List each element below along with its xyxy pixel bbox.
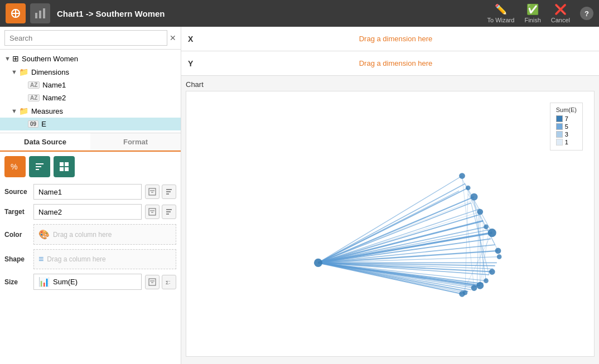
svg-line-43 [318,239,491,263]
color-icon: 🎨 [38,229,50,240]
source-actions [145,185,176,199]
svg-point-79 [477,209,483,215]
svg-rect-10 [60,162,64,166]
e-item[interactable]: 09 E [0,118,181,130]
color-label: Color [4,231,33,239]
chart-legend: Sum(E) 7 5 3 1 [550,103,583,151]
source-label: Source [4,188,33,196]
source-sort-button[interactable] [162,185,176,199]
folder-icon-measures: 📁 [19,106,28,115]
svg-rect-14 [149,188,156,195]
svg-point-86 [476,282,484,289]
svg-rect-4 [39,11,41,18]
y-label: Y [188,59,199,68]
app-header: Chart1 -> Southern Women ✏️ To Wizard ✅ … [0,0,599,27]
svg-point-80 [484,225,489,230]
data-tree: ▼ ⊞ Southern Women ▼ 📁 Dimensions AZ Nam… [0,50,181,133]
source-value[interactable]: Name1 [33,184,142,200]
y-drop-zone[interactable]: Drag a dimension here [199,59,592,67]
chart-area: Chart [181,76,599,364]
svg-point-81 [488,229,496,237]
legend-color-7 [556,115,563,122]
chart-canvas: Sum(E) 7 5 3 1 [186,91,595,357]
percent-button[interactable]: % [4,156,26,177]
size-agg-button[interactable]: Σ∶ [162,275,176,289]
svg-point-85 [484,278,489,283]
size-filter-button[interactable] [145,275,160,289]
x-drop-zone[interactable]: Drag a dimension here [199,35,592,43]
color-drop-zone[interactable]: 🎨 Drag a column here [33,224,176,245]
shape-icon: ≡ [38,254,44,264]
svg-rect-13 [65,167,69,171]
target-sort-button[interactable] [162,205,176,219]
panel-tabs: Data Source Format [0,133,181,152]
shape-drop-zone[interactable]: ≡ Drag a column here [33,249,176,269]
wizard-icon: ✏️ [495,3,507,16]
source-filter-button[interactable] [145,185,160,199]
svg-rect-20 [149,208,156,215]
search-bar: ✕ [0,27,181,50]
config-button-row: % [4,156,176,177]
svg-point-87 [471,285,477,291]
type-badge-num: 09 [28,120,38,128]
legend-color-1 [556,139,563,145]
measures-label: Measures [31,107,63,115]
svg-point-82 [495,248,501,254]
main-layout: ✕ ▼ ⊞ Southern Women ▼ 📁 Dimensions AZ N… [0,27,599,364]
folder-icon: 📁 [19,67,28,76]
help-button[interactable]: ? [580,7,593,20]
legend-color-5 [556,123,563,130]
toggle-icon: ▼ [11,108,19,114]
target-actions [145,205,176,219]
type-badge-az2: AZ [28,94,40,101]
dataset-item[interactable]: ▼ ⊞ Southern Women [0,52,181,65]
sort-button[interactable] [29,156,50,177]
cancel-button[interactable]: ❌ Cancel [551,3,570,23]
name2-item[interactable]: AZ Name2 [0,91,181,104]
right-panel: X Drag a dimension here Y Drag a dimensi… [181,27,599,364]
chart-svg [186,91,594,356]
toggle-icon: ▼ [11,69,19,75]
layout-button[interactable] [54,156,75,177]
target-value[interactable]: Name2 [33,204,142,220]
tab-format[interactable]: Format [90,133,181,151]
svg-rect-12 [60,167,64,171]
svg-rect-26 [149,279,156,285]
finish-button[interactable]: ✅ Finish [524,3,540,23]
svg-point-89 [459,291,465,297]
measures-folder[interactable]: ▼ 📁 Measures [0,104,181,118]
color-row: Color 🎨 Drag a column here [4,224,176,245]
dimensions-folder[interactable]: ▼ 📁 Dimensions [0,65,181,79]
size-label: Size [4,278,33,286]
svg-point-83 [497,254,502,259]
table-icon: ⊞ [12,54,19,63]
search-input[interactable] [4,30,167,46]
cancel-icon: ❌ [554,3,567,16]
svg-point-75 [314,259,322,267]
target-row: Target Name2 [4,204,176,220]
source-row: Source Name1 [4,184,176,200]
target-label: Target [4,208,33,216]
svg-text:Σ∶: Σ∶ [166,280,170,285]
header-actions: ✏️ To Wizard ✅ Finish ❌ Cancel ? [487,3,594,23]
tab-data-source[interactable]: Data Source [0,133,90,152]
legend-title: Sum(E) [556,106,577,113]
config-area: % [0,152,181,364]
svg-line-39 [318,221,484,263]
y-axis-row: Y Drag a dimension here [181,51,599,76]
left-panel: ✕ ▼ ⊞ Southern Women ▼ 📁 Dimensions AZ N… [0,27,181,364]
legend-item-3: 3 [556,131,577,138]
legend-item-1: 1 [556,139,577,145]
size-drop-zone[interactable]: 📊 Sum(E) [33,274,142,290]
name1-label: Name1 [42,81,66,89]
name1-item[interactable]: AZ Name1 [0,79,181,91]
search-clear-button[interactable]: ✕ [170,33,176,42]
size-row: Size 📊 Sum(E) Σ∶ [4,274,176,290]
legend-color-3 [556,131,563,138]
svg-rect-3 [35,13,37,18]
target-filter-button[interactable] [145,205,160,219]
x-axis-row: X Drag a dimension here [181,27,599,51]
type-badge-az: AZ [28,81,40,89]
x-label: X [188,35,199,43]
wizard-button[interactable]: ✏️ To Wizard [487,3,515,23]
